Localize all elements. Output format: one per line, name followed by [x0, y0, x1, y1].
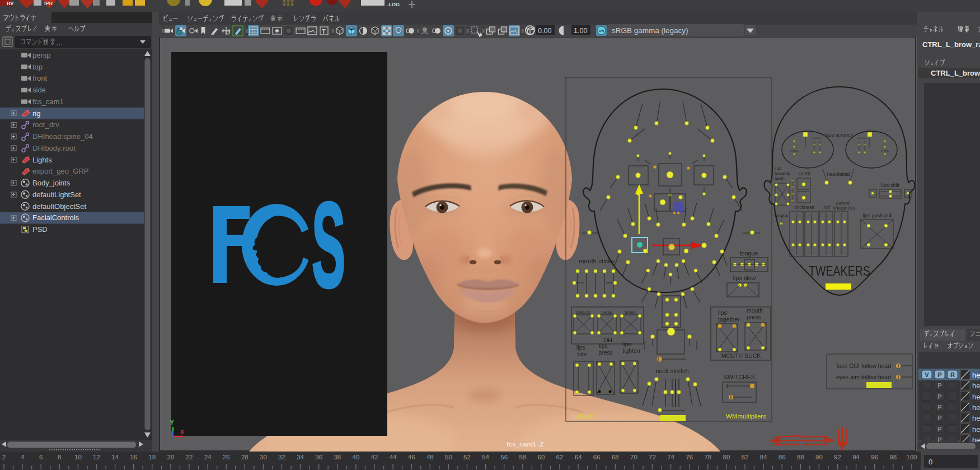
svg-text:12: 12 [93, 454, 100, 460]
svg-text:66: 66 [593, 454, 601, 460]
svg-text:towards: towards [775, 171, 790, 176]
svg-text:58: 58 [519, 454, 526, 460]
svg-text:34: 34 [297, 454, 304, 460]
svg-text:he: he [972, 371, 980, 379]
svg-text:0: 0 [929, 458, 932, 466]
svg-text:purse: purse [602, 310, 612, 315]
svg-text:48: 48 [426, 454, 434, 460]
svg-text:40: 40 [353, 454, 360, 460]
svg-text:P: P [937, 404, 941, 411]
svg-text:74: 74 [667, 454, 674, 460]
svg-text:CTRL_L_brow_ra: CTRL_L_brow_ra [922, 40, 980, 49]
svg-text:eyelashes: eyelashes [812, 137, 822, 139]
svg-text:teeth: teeth [799, 171, 810, 176]
svg-text:10: 10 [74, 454, 82, 460]
svg-text:86: 86 [779, 454, 786, 460]
svg-text:MOUTH SUCK: MOUTH SUCK [721, 352, 761, 359]
svg-text:P: P [937, 415, 941, 421]
svg-text:98: 98 [889, 454, 897, 460]
svg-text:eyelids: eyelids [881, 150, 889, 152]
svg-text:fcs_cam1 -Z: fcs_cam1 -Z [507, 441, 543, 448]
svg-text:lips: lips [775, 166, 781, 171]
svg-text:60: 60 [538, 454, 545, 460]
svg-text:76: 76 [686, 454, 693, 460]
svg-text:roll: roll [823, 204, 829, 210]
svg-text:lips: lips [576, 344, 585, 351]
svg-text:neck stretch: neck stretch [655, 367, 688, 374]
svg-text:face GUI follow head: face GUI follow head [837, 362, 892, 369]
svg-text:eyes aim follow head: eyes aim follow head [836, 374, 891, 380]
svg-text:mouth sticky: mouth sticky [579, 258, 615, 264]
svg-text:lips shift: lips shift [881, 183, 900, 188]
svg-text:Y: Y [170, 420, 174, 426]
svg-text:56: 56 [500, 454, 508, 460]
svg-text:68: 68 [612, 454, 619, 460]
svg-text:lips: lips [599, 342, 608, 349]
svg-text:lips push-pull: lips push-pull [863, 213, 893, 218]
svg-text:96: 96 [871, 454, 878, 460]
svg-text:24: 24 [204, 454, 212, 460]
svg-text:14: 14 [111, 454, 119, 460]
svg-text:X: X [180, 429, 184, 435]
svg-text:42: 42 [371, 454, 378, 460]
svg-text:16: 16 [130, 454, 137, 460]
svg-text:tongue: tongue [775, 213, 789, 218]
svg-text:36: 36 [315, 454, 322, 460]
svg-text:R: R [950, 371, 955, 378]
svg-text:P: P [937, 371, 941, 378]
svg-text:TWEAKERS: TWEAKERS [809, 263, 870, 278]
svg-text:eyelashes: eyelashes [857, 137, 867, 139]
svg-text:towards: towards [576, 310, 591, 315]
svg-text:84: 84 [760, 454, 767, 460]
svg-text:30: 30 [260, 454, 267, 460]
svg-text:32: 32 [278, 454, 285, 460]
svg-text:44: 44 [390, 454, 397, 460]
svg-text:4: 4 [21, 454, 25, 460]
svg-text:lips: lips [622, 341, 631, 347]
svg-text:press: press [598, 349, 613, 356]
svg-text:22: 22 [186, 454, 193, 460]
svg-text:mouth: mouth [747, 307, 763, 314]
svg-text:he: he [972, 425, 980, 434]
svg-text:1.00: 1.00 [574, 27, 587, 35]
svg-text:38: 38 [334, 454, 341, 460]
svg-text:P: P [937, 382, 941, 389]
svg-text:SWITCHES: SWITCHES [724, 374, 754, 380]
svg-text:CTRL_L_brow_: CTRL_L_brow_ [931, 69, 980, 77]
svg-text:8: 8 [58, 454, 61, 460]
svg-text:rig logic: rig logic [571, 412, 593, 419]
svg-text:sharpness: sharpness [833, 205, 855, 211]
svg-text:eyelids: eyelids [790, 150, 799, 152]
svg-text:press: press [747, 314, 761, 320]
svg-text:tighten: tighten [622, 347, 640, 354]
svg-text:88: 88 [797, 454, 804, 460]
svg-text:ON: ON [599, 29, 604, 32]
svg-text:P: P [937, 393, 941, 400]
svg-text:78: 78 [704, 454, 711, 460]
svg-text:S: S [312, 178, 345, 313]
svg-text:46: 46 [408, 454, 415, 460]
svg-text:6: 6 [39, 454, 43, 460]
svg-text:face scrunch: face scrunch [824, 132, 853, 138]
svg-text:90: 90 [815, 454, 823, 460]
svg-text:he: he [972, 393, 980, 401]
svg-text:he: he [972, 414, 980, 422]
svg-text:50: 50 [445, 454, 452, 460]
svg-text:26: 26 [223, 454, 230, 460]
svg-text:together: together [718, 316, 740, 323]
svg-text:nasolabial: nasolabial [827, 171, 850, 177]
svg-text:thickness: thickness [794, 204, 814, 210]
svg-text:18: 18 [148, 454, 156, 460]
svg-text:teeth: teeth [775, 176, 785, 181]
svg-text:62: 62 [556, 454, 564, 460]
svg-text:100: 100 [906, 454, 917, 460]
svg-text:20: 20 [167, 454, 175, 460]
svg-text:T: T [322, 28, 326, 35]
svg-text:82: 82 [742, 454, 749, 460]
svg-text:28: 28 [241, 454, 248, 460]
svg-text:tongue: tongue [740, 250, 758, 257]
svg-text:lips: lips [718, 309, 727, 316]
svg-text:52: 52 [463, 454, 471, 460]
svg-text:lips blow: lips blow [733, 274, 756, 281]
svg-text:92: 92 [834, 454, 841, 460]
